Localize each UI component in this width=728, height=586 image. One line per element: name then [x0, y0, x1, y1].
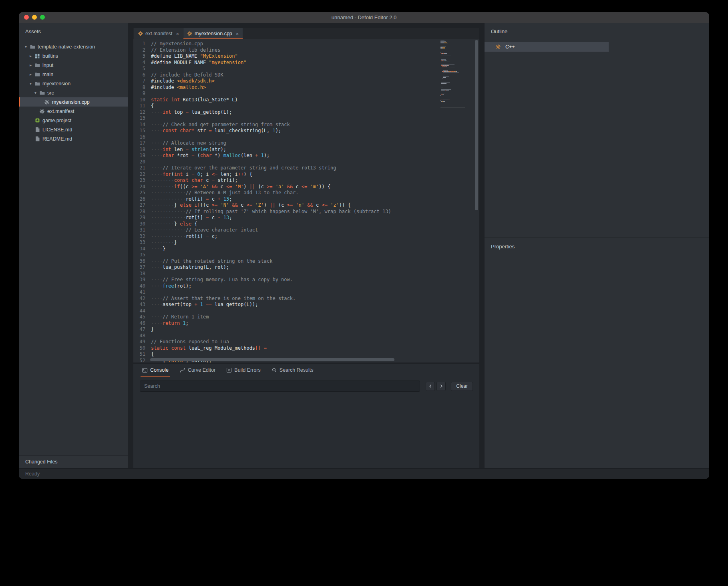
- tab-myextension.cpp[interactable]: myextension.cpp×: [183, 28, 243, 39]
- expander-down-icon[interactable]: ▾: [30, 81, 34, 86]
- code-line[interactable]: 21····// Iterate over the parameter stri…: [133, 165, 479, 171]
- line-number: 34: [133, 246, 151, 252]
- code-line[interactable]: 6// include the Defold SDK: [133, 72, 479, 79]
- expander-right-icon[interactable]: ▸: [30, 54, 34, 58]
- code-line[interactable]: 30········} else {: [133, 221, 479, 228]
- code-line[interactable]: 4#define MODULE_NAME "myextension": [133, 60, 479, 66]
- tab-search-results[interactable]: Search Results: [266, 364, 319, 377]
- code-line[interactable]: 1// myextension.cpp: [133, 41, 479, 47]
- code-line[interactable]: 35: [133, 252, 479, 258]
- code-line[interactable]: 20: [133, 159, 479, 165]
- code-line[interactable]: 50static const luaL_reg Module_methods[]…: [133, 345, 479, 352]
- code-line[interactable]: 13: [133, 115, 479, 122]
- code-line[interactable]: 23········const char c = str[i];: [133, 177, 479, 184]
- code-line[interactable]: 42····// Assert that there is one item o…: [133, 296, 479, 302]
- code-line[interactable]: 38: [133, 271, 479, 277]
- code-line[interactable]: 11{: [133, 103, 479, 109]
- code-line[interactable]: 29············rot[i] = c - 13;: [133, 215, 479, 221]
- line-number: 12: [133, 109, 151, 116]
- tree-item-src[interactable]: ▾src: [19, 88, 128, 97]
- tree-item-builtins[interactable]: ▸builtins: [19, 51, 128, 60]
- tree-item-label: main: [42, 72, 53, 77]
- code-line[interactable]: 26············rot[i] = c + 13;: [133, 196, 479, 203]
- tree-item-LICENSE.md[interactable]: LICENSE.md: [19, 125, 128, 134]
- tree-item-myextension.cpp[interactable]: myextension.cpp: [19, 97, 128, 107]
- code-line[interactable]: 19····char *rot = (char *) malloc(len + …: [133, 153, 479, 159]
- code-line[interactable]: 31············// Leave character intact: [133, 227, 479, 234]
- close-window-button[interactable]: [24, 15, 29, 20]
- code-line[interactable]: 51{: [133, 351, 479, 358]
- code-line[interactable]: 33········}: [133, 240, 479, 246]
- code-line[interactable]: 48: [133, 333, 479, 339]
- code-line[interactable]: 9: [133, 91, 479, 97]
- code-line[interactable]: 44: [133, 308, 479, 314]
- line-number: 51: [133, 351, 151, 358]
- next-match-button[interactable]: [436, 382, 446, 391]
- code-line[interactable]: 45····// Return 1 item: [133, 314, 479, 320]
- outline-item-cpp[interactable]: C++: [485, 42, 609, 52]
- code-line[interactable]: 24········if((c >= 'A' && c <= 'M') || (…: [133, 184, 479, 190]
- code-line[interactable]: 28············// If rolling past 'Z' whi…: [133, 209, 479, 215]
- code-line[interactable]: 36····// Put the rotated string on the s…: [133, 258, 479, 265]
- tab-build-errors[interactable]: Build Errors: [221, 364, 266, 377]
- expander-down-icon[interactable]: ▾: [25, 44, 30, 49]
- vertical-scrollbar[interactable]: [475, 40, 479, 357]
- code-line[interactable]: 14····// Check and get parameter string …: [133, 122, 479, 128]
- zoom-window-button[interactable]: [40, 15, 45, 20]
- console-search-input[interactable]: [140, 381, 420, 392]
- code-line[interactable]: 18····int len = strlen(str);: [133, 147, 479, 153]
- code-line[interactable]: 22····for(int i = 0; i <= len; i++) {: [133, 171, 479, 178]
- code-line[interactable]: 2// Extension lib defines: [133, 47, 479, 54]
- changed-files-section[interactable]: Changed Files: [19, 455, 128, 468]
- code-line[interactable]: 40····free(rot);: [133, 283, 479, 290]
- close-tab-icon[interactable]: ×: [176, 31, 179, 37]
- expander-down-icon[interactable]: ▾: [34, 91, 39, 95]
- code-line[interactable]: 39····// Free string memory. Lua has a c…: [133, 277, 479, 283]
- prev-match-button[interactable]: [426, 382, 435, 391]
- code-line[interactable]: 15····const char* str = luaL_checkstring…: [133, 128, 479, 134]
- code-line[interactable]: 7#include <dmsdk/sdk.h>: [133, 78, 479, 85]
- code-line[interactable]: 10static int Rot13(lua_State* L): [133, 97, 479, 103]
- code-line[interactable]: 47}: [133, 326, 479, 333]
- tab-console[interactable]: Console: [137, 364, 174, 377]
- tab-ext.manifest[interactable]: ext.manifest×: [134, 28, 183, 39]
- code-line[interactable]: 5: [133, 66, 479, 72]
- clear-console-button[interactable]: Clear: [451, 382, 473, 391]
- code-line[interactable]: 34····}: [133, 246, 479, 252]
- horizontal-scrollbar[interactable]: [133, 358, 474, 362]
- tree-item-game.project[interactable]: game.project: [19, 116, 128, 125]
- code-line[interactable]: 43····assert(top + 1 == lua_gettop(L));: [133, 302, 479, 308]
- minimap[interactable]: [440, 40, 465, 107]
- vertical-scrollbar-thumb[interactable]: [475, 40, 478, 210]
- console-tab-bar: ConsoleCurve EditorBuild ErrorsSearch Re…: [133, 364, 479, 377]
- tree-item-input[interactable]: ▸input: [19, 60, 128, 70]
- expander-right-icon[interactable]: ▸: [30, 63, 34, 67]
- code-line[interactable]: 32············rot[i] = c;: [133, 234, 479, 240]
- line-number: 40: [133, 283, 151, 290]
- code-line[interactable]: 27········} else if((c >= 'N' && c <= 'Z…: [133, 202, 479, 209]
- code-line[interactable]: 37····lua_pushstring(L, rot);: [133, 264, 479, 271]
- tree-item-label: myextension: [42, 81, 70, 87]
- tree-item-main[interactable]: ▸main: [19, 70, 128, 79]
- code-line[interactable]: 41: [133, 289, 479, 296]
- horizontal-scrollbar-thumb[interactable]: [150, 358, 394, 361]
- tree-item-README.md[interactable]: README.md: [19, 134, 128, 143]
- close-tab-icon[interactable]: ×: [236, 31, 239, 37]
- code-line[interactable]: 16: [133, 134, 479, 141]
- code-line[interactable]: 49// Functions exposed to Lua: [133, 339, 479, 345]
- minimize-window-button[interactable]: [32, 15, 37, 20]
- code-line[interactable]: 8#include <malloc.h>: [133, 85, 479, 91]
- expander-right-icon[interactable]: ▸: [30, 72, 34, 77]
- code-line[interactable]: 12····int top = lua_gettop(L);: [133, 109, 479, 116]
- tree-item-ext.manifest[interactable]: ext.manifest: [19, 107, 128, 116]
- code-editor[interactable]: 1// myextension.cpp2// Extension lib def…: [133, 39, 479, 362]
- titlebar[interactable]: unnamed - Defold Editor 2.0: [19, 12, 709, 23]
- tree-item-template-native-extension[interactable]: ▾template-native-extension: [19, 42, 128, 51]
- tab-curve-editor[interactable]: Curve Editor: [174, 364, 221, 377]
- code-line[interactable]: 3#define LIB_NAME "MyExtension": [133, 53, 479, 60]
- line-number: 32: [133, 234, 151, 240]
- code-line[interactable]: 46····return 1;: [133, 320, 479, 327]
- tree-item-myextension[interactable]: ▾myextension: [19, 79, 128, 88]
- code-line[interactable]: 17····// Allocate new string: [133, 140, 479, 147]
- code-line[interactable]: 25············// Between A-M just add 13…: [133, 190, 479, 196]
